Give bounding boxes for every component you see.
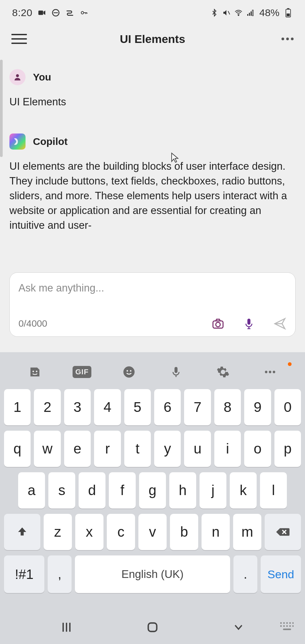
svg-point-13 [16, 74, 19, 77]
asdf-row: a s d f g h j k l [4, 472, 301, 508]
apps-icon [65, 8, 75, 17]
send-key[interactable]: Send [261, 555, 301, 593]
microphone-icon[interactable] [242, 317, 256, 330]
user-sender-label: You [33, 71, 51, 83]
svg-point-5 [238, 15, 239, 16]
compose-box[interactable]: 0/4000 [9, 272, 296, 337]
key-i[interactable]: i [214, 431, 241, 467]
voice-input-icon[interactable] [168, 364, 184, 380]
number-row: 1 2 3 4 5 6 7 8 9 0 [4, 389, 301, 425]
user-avatar-icon [9, 69, 26, 85]
chat-scroll[interactable]: You UI Elements Copilot UI elements are … [0, 52, 305, 233]
key-o[interactable]: o [244, 431, 271, 467]
svg-point-32 [286, 622, 288, 624]
keyboard-toolbar: GIF [0, 358, 305, 386]
key-3[interactable]: 3 [64, 389, 91, 425]
svg-rect-22 [175, 367, 178, 373]
more-toolbar-icon[interactable] [262, 364, 278, 380]
menu-icon[interactable] [11, 31, 27, 47]
key-w[interactable]: w [34, 431, 60, 467]
backspace-key[interactable] [265, 514, 301, 550]
svg-point-33 [289, 622, 291, 624]
scroll-indicator[interactable] [0, 60, 3, 157]
key-7[interactable]: 7 [184, 389, 211, 425]
keyboard-collapse-icon[interactable] [279, 622, 294, 633]
svg-line-4 [228, 11, 230, 14]
assistant-message: Copilot UI elements are the building blo… [9, 133, 296, 233]
key-n[interactable]: n [202, 514, 230, 550]
key-a[interactable]: a [18, 472, 45, 508]
key-5[interactable]: 5 [124, 389, 151, 425]
key-p[interactable]: p [274, 431, 301, 467]
key-0[interactable]: 0 [274, 389, 301, 425]
svg-rect-40 [283, 629, 291, 630]
status-left: 8:20 [12, 7, 89, 18]
key-x[interactable]: x [75, 514, 103, 550]
key-h[interactable]: h [169, 472, 196, 508]
key-9[interactable]: 9 [244, 389, 271, 425]
gif-icon[interactable]: GIF [74, 364, 90, 380]
key-d[interactable]: d [79, 472, 105, 508]
key-c[interactable]: c [107, 514, 135, 550]
camera-recording-icon [37, 8, 46, 17]
more-options-icon[interactable] [278, 38, 294, 40]
back-button[interactable] [230, 619, 247, 635]
key-b[interactable]: b [170, 514, 198, 550]
key-t[interactable]: t [124, 431, 151, 467]
key-f[interactable]: f [109, 472, 136, 508]
notification-dot-icon [288, 362, 292, 366]
key-6[interactable]: 6 [154, 389, 181, 425]
send-icon[interactable] [273, 317, 287, 330]
key-l[interactable]: l [260, 472, 287, 508]
key-y[interactable]: y [154, 431, 181, 467]
period-key[interactable]: . [233, 555, 257, 593]
svg-point-23 [265, 371, 267, 373]
home-button[interactable] [144, 619, 161, 635]
sticker-icon[interactable] [27, 364, 43, 380]
key-q[interactable]: q [4, 431, 31, 467]
svg-rect-6 [247, 14, 248, 16]
soft-keyboard: GIF 1 2 3 4 5 6 7 8 9 0 q w [0, 352, 305, 644]
space-key[interactable]: English (UK) [75, 555, 230, 593]
key-r[interactable]: r [94, 431, 121, 467]
comma-key[interactable]: , [48, 555, 72, 593]
compose-input[interactable] [18, 282, 287, 294]
status-right: 48% [210, 7, 293, 18]
key-g[interactable]: g [139, 472, 166, 508]
svg-point-21 [130, 370, 132, 372]
key-2[interactable]: 2 [34, 389, 60, 425]
recents-button[interactable] [58, 619, 75, 635]
svg-rect-0 [39, 11, 43, 15]
key-8[interactable]: 8 [214, 389, 241, 425]
svg-point-25 [273, 371, 275, 373]
key-4[interactable]: 4 [94, 389, 121, 425]
clock: 8:20 [12, 7, 32, 18]
user-message: You UI Elements [9, 69, 296, 109]
key-1[interactable]: 1 [4, 389, 31, 425]
svg-point-20 [127, 370, 128, 372]
dnd-icon [51, 8, 60, 17]
key-m[interactable]: m [233, 514, 261, 550]
svg-point-35 [280, 625, 282, 627]
key-u[interactable]: u [184, 431, 211, 467]
emoji-icon[interactable] [121, 364, 137, 380]
svg-point-30 [280, 622, 282, 624]
key-e[interactable]: e [64, 431, 91, 467]
svg-point-36 [283, 625, 285, 627]
copilot-avatar-icon [9, 133, 26, 150]
settings-icon[interactable] [215, 364, 231, 380]
key-k[interactable]: k [230, 472, 257, 508]
camera-icon[interactable] [211, 317, 225, 330]
shift-key[interactable] [4, 514, 40, 550]
svg-point-37 [286, 625, 288, 627]
key-j[interactable]: j [200, 472, 226, 508]
svg-point-31 [283, 622, 285, 624]
symbols-key[interactable]: !#1 [4, 555, 44, 593]
key-z[interactable]: z [44, 514, 72, 550]
zxcv-row: z x c v b n m [4, 514, 301, 550]
svg-point-18 [36, 371, 38, 372]
assistant-message-text: UI elements are the building blocks of u… [9, 159, 296, 233]
key-s[interactable]: s [48, 472, 75, 508]
key-v[interactable]: v [138, 514, 167, 550]
page-title: UI Elements [27, 33, 278, 46]
